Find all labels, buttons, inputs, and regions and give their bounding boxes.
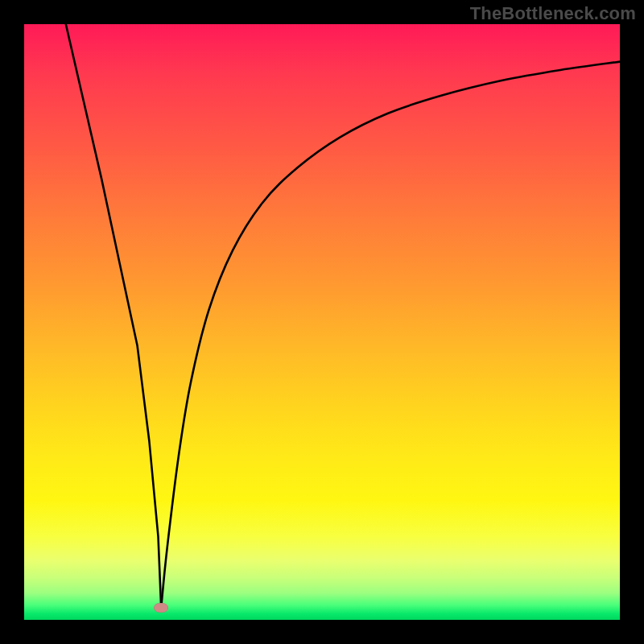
curve-right-branch: [161, 62, 620, 609]
min-point-marker: [154, 603, 168, 613]
plot-area: [24, 24, 620, 620]
chart-frame: TheBottleneck.com: [0, 0, 644, 644]
curve-layer: [24, 24, 620, 620]
watermark-text: TheBottleneck.com: [470, 3, 636, 24]
curve-left-branch: [66, 24, 161, 608]
